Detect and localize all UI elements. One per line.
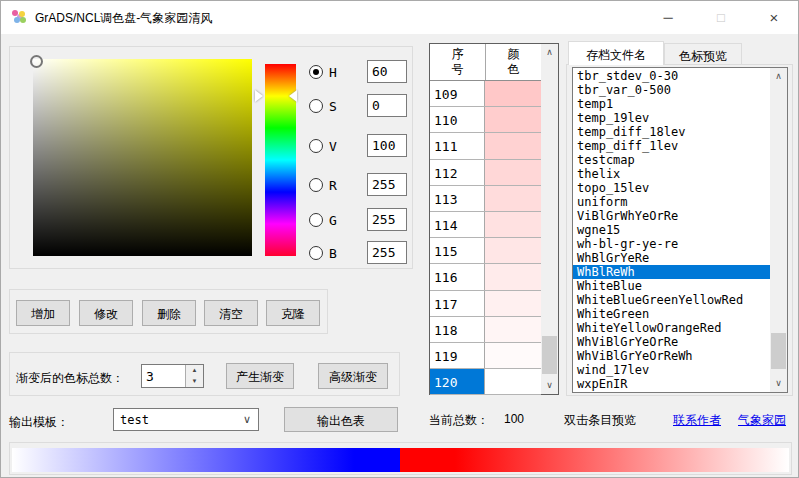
list-item[interactable]: WhiteGreen bbox=[573, 307, 770, 321]
list-item[interactable]: WhBlGrYeRe bbox=[573, 251, 770, 265]
row-color-swatch[interactable] bbox=[485, 238, 541, 263]
list-item[interactable]: thelix bbox=[573, 167, 770, 181]
list-scrollbar[interactable]: ∧ ∨ bbox=[770, 68, 787, 392]
row-index[interactable]: 114 bbox=[430, 212, 485, 237]
scroll-up-icon[interactable]: ∧ bbox=[770, 68, 787, 85]
list-item[interactable]: temp1 bbox=[573, 97, 770, 111]
list-item[interactable]: ViBlGrWhYeOrRe bbox=[573, 209, 770, 223]
row-color-swatch[interactable] bbox=[485, 291, 541, 316]
table-row[interactable]: 119 bbox=[430, 343, 541, 369]
row-index[interactable]: 110 bbox=[430, 107, 485, 132]
list-item[interactable]: topo_15lev bbox=[573, 181, 770, 195]
table-row[interactable]: 114 bbox=[430, 212, 541, 238]
advanced-gradient-button[interactable]: 高级渐变 bbox=[318, 363, 388, 389]
template-dropdown[interactable]: test ∨ bbox=[113, 408, 259, 431]
table-row[interactable]: 118 bbox=[430, 317, 541, 343]
list-item[interactable]: temp_diff_18lev bbox=[573, 125, 770, 139]
value-v-field[interactable]: 100 bbox=[367, 134, 407, 157]
row-color-swatch[interactable] bbox=[485, 343, 541, 368]
list-item[interactable]: WhiteBlueGreenYellowRed bbox=[573, 293, 770, 307]
row-color-swatch[interactable] bbox=[485, 107, 541, 132]
row-index[interactable]: 118 bbox=[430, 317, 485, 342]
table-row[interactable]: 115 bbox=[430, 238, 541, 264]
modify-button[interactable]: 修改 bbox=[79, 300, 133, 326]
table-row[interactable]: 120 bbox=[430, 369, 541, 395]
list-item[interactable]: tbr_stdev_0-30 bbox=[573, 69, 770, 83]
list-item[interactable]: WhiteBlue bbox=[573, 279, 770, 293]
row-index[interactable]: 113 bbox=[430, 186, 485, 211]
list-item[interactable]: WhViBlGrYeOrRe bbox=[573, 335, 770, 349]
table-row[interactable]: 113 bbox=[430, 186, 541, 212]
row-index[interactable]: 119 bbox=[430, 343, 485, 368]
row-index[interactable]: 111 bbox=[430, 133, 485, 158]
add-button[interactable]: 增加 bbox=[16, 300, 70, 326]
tab-colormap-preview[interactable]: 色标预览 bbox=[664, 43, 742, 65]
color-table-header: 序号 颜色 bbox=[430, 44, 541, 81]
scrollbar-thumb[interactable] bbox=[771, 333, 786, 369]
row-index[interactable]: 117 bbox=[430, 291, 485, 316]
list-item[interactable]: wxpEnIR bbox=[573, 377, 770, 391]
row-index[interactable]: 116 bbox=[430, 264, 485, 289]
clone-button[interactable]: 克隆 bbox=[266, 300, 320, 326]
radio-g[interactable] bbox=[309, 213, 323, 227]
gradient-count-spinner[interactable]: 3 ▲ ▼ bbox=[141, 364, 204, 388]
export-color-table-button[interactable]: 输出色表 bbox=[284, 407, 398, 432]
list-item[interactable]: temp_diff_1lev bbox=[573, 139, 770, 153]
value-b-field[interactable]: 255 bbox=[367, 241, 407, 264]
row-index[interactable]: 115 bbox=[430, 238, 485, 263]
value-r-field[interactable]: 255 bbox=[367, 173, 407, 196]
scroll-down-icon[interactable]: ∨ bbox=[770, 375, 787, 392]
table-scrollbar[interactable]: ∧ ∨ bbox=[541, 44, 558, 394]
row-color-swatch[interactable] bbox=[485, 133, 541, 158]
list-item[interactable]: wh-bl-gr-ye-re bbox=[573, 237, 770, 251]
row-color-swatch[interactable] bbox=[485, 186, 541, 211]
contact-author-link[interactable]: 联系作者 bbox=[673, 412, 721, 429]
row-color-swatch[interactable] bbox=[485, 81, 541, 106]
header-index-text: 序号 bbox=[451, 47, 464, 77]
spinner-down-icon[interactable]: ▼ bbox=[186, 376, 203, 387]
radio-h[interactable] bbox=[309, 65, 323, 79]
gradient-count-value[interactable]: 3 bbox=[146, 369, 154, 384]
value-g-field[interactable]: 255 bbox=[367, 208, 407, 231]
table-row[interactable]: 110 bbox=[430, 107, 541, 133]
scrollbar-thumb[interactable] bbox=[542, 336, 557, 374]
row-color-swatch[interactable] bbox=[485, 264, 541, 289]
table-row[interactable]: 117 bbox=[430, 291, 541, 317]
list-item[interactable]: wgne15 bbox=[573, 223, 770, 237]
clear-button[interactable]: 清空 bbox=[204, 300, 258, 326]
generate-gradient-button[interactable]: 产生渐变 bbox=[226, 363, 294, 389]
list-item[interactable]: uniform bbox=[573, 195, 770, 209]
delete-button[interactable]: 删除 bbox=[142, 300, 196, 326]
header-index-cell: 序号 bbox=[430, 44, 486, 80]
list-item[interactable]: testcmap bbox=[573, 153, 770, 167]
table-row[interactable]: 111 bbox=[430, 133, 541, 159]
row-index[interactable]: 120 bbox=[430, 369, 485, 394]
row-index[interactable]: 109 bbox=[430, 81, 485, 106]
row-color-swatch[interactable] bbox=[485, 212, 541, 237]
table-row[interactable]: 116 bbox=[430, 264, 541, 290]
radio-v[interactable] bbox=[309, 139, 323, 153]
channel-label-r: R bbox=[329, 178, 337, 193]
row-color-swatch[interactable] bbox=[485, 317, 541, 342]
value-h-field[interactable]: 60 bbox=[367, 60, 407, 83]
tab-archive-filenames[interactable]: 存档文件名 bbox=[568, 41, 664, 65]
list-item[interactable]: WhBlReWh bbox=[573, 265, 770, 279]
row-index[interactable]: 112 bbox=[430, 160, 485, 185]
table-row[interactable]: 109 bbox=[430, 81, 541, 107]
scroll-down-icon[interactable]: ∨ bbox=[541, 377, 558, 394]
row-color-swatch[interactable] bbox=[485, 160, 541, 185]
radio-r[interactable] bbox=[309, 178, 323, 192]
table-row[interactable]: 112 bbox=[430, 160, 541, 186]
row-color-swatch[interactable] bbox=[485, 369, 541, 394]
value-s-field[interactable]: 0 bbox=[367, 94, 407, 117]
list-item[interactable]: temp_19lev bbox=[573, 111, 770, 125]
scroll-up-icon[interactable]: ∧ bbox=[541, 44, 558, 61]
list-item[interactable]: wind_17lev bbox=[573, 363, 770, 377]
radio-b[interactable] bbox=[309, 246, 323, 260]
radio-s[interactable] bbox=[309, 99, 323, 113]
list-item[interactable]: WhViBlGrYeOrReWh bbox=[573, 349, 770, 363]
meteo-home-link[interactable]: 气象家园 bbox=[738, 412, 786, 429]
color-table-rows: 109110111112113114115116117118119120 bbox=[430, 81, 541, 395]
list-item[interactable]: tbr_var_0-500 bbox=[573, 83, 770, 97]
list-item[interactable]: WhiteYellowOrangeRed bbox=[573, 321, 770, 335]
